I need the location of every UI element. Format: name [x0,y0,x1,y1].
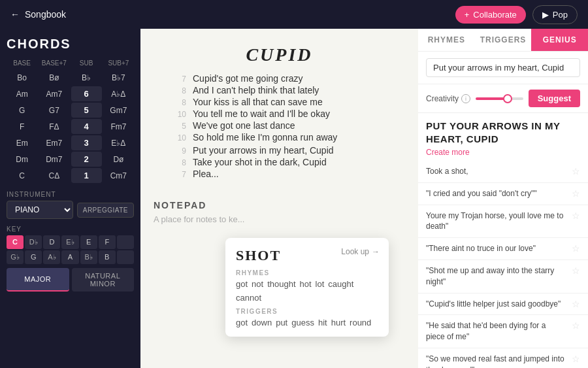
trigger-tag[interactable]: round [350,318,371,327]
star-icon[interactable]: ☆ [572,354,580,364]
chord-cell[interactable]: F [7,120,37,134]
chord-cell[interactable]: FΔ [39,120,69,134]
trigger-tag[interactable]: down [252,318,272,327]
chord-cell[interactable]: 5 [71,103,102,118]
suggestion-text: "He said that he'd been dying for a piec… [426,320,566,343]
chord-cell[interactable]: 2 [71,152,102,167]
create-more-link[interactable]: Create more [418,148,588,161]
rhyme-tag[interactable]: thought [267,279,295,289]
key-cell[interactable]: A [61,250,78,264]
lyric-line: 8Take your shot in the dark, Cupid [167,157,392,167]
trigger-tag[interactable]: guess [291,318,314,327]
chord-cell[interactable]: A♭Δ [103,87,134,101]
instrument-select[interactable]: PIANO [7,201,73,219]
chord-cell[interactable]: B♭7 [103,71,134,85]
chord-cell[interactable]: Bo [7,71,37,85]
chord-cell[interactable]: CΔ [39,169,69,183]
key-cell[interactable]: C [7,235,24,249]
lyric-line: 9Put your arrows in my heart, Cupid [167,145,392,156]
tab-triggers[interactable]: TRIGGERS [475,29,532,51]
key-cell[interactable]: G♭ [7,250,24,264]
chord-cell[interactable]: Dm [7,152,37,167]
key-cell[interactable]: A♭ [43,250,60,264]
star-icon[interactable]: ☆ [572,188,580,199]
chord-cell[interactable]: Am [7,87,37,101]
chord-cell[interactable]: G [7,103,37,118]
chord-cell[interactable]: 1 [71,168,102,183]
star-icon[interactable]: ☆ [572,299,580,309]
trigger-tag[interactable]: put [276,318,287,327]
info-icon[interactable]: i [461,94,470,103]
chords-title: CHORDS [7,37,134,52]
suggestion-item[interactable]: "He said that he'd been dying for a piec… [418,315,588,348]
major-scale-button[interactable]: MAJOR [7,268,69,292]
collaborate-button[interactable]: + Collaborate [455,6,526,24]
chord-cell[interactable]: Dø [103,152,134,167]
line-number: 8 [167,86,186,95]
tab-rhymes[interactable]: RHYMES [418,29,475,51]
suggestion-item[interactable]: Took a shot,☆ [418,161,588,183]
key-cell[interactable]: G [25,250,42,264]
tab-genius[interactable]: GENIUS [531,29,588,51]
notepad-section: NOTEPAD A place for notes to ke... [140,193,418,231]
natural-minor-scale-button[interactable]: NATURAL MINOR [72,268,135,292]
chord-cell[interactable]: B♭ [71,71,102,85]
key-cell[interactable]: D [43,235,60,249]
chord-cell[interactable]: 6 [71,86,102,101]
key-cell[interactable]: B [99,250,116,264]
trigger-tag[interactable]: got [236,318,248,327]
pop-tag-button[interactable]: ▶ Pop [532,5,578,24]
chord-cell[interactable]: Bø [39,71,69,85]
arpeggiate-button[interactable]: ARPEGGIATE [77,203,134,218]
rhyme-tag[interactable]: cannot [236,293,261,303]
key-cell[interactable]: D♭ [25,235,42,249]
slider-thumb [503,94,512,103]
suggestion-item[interactable]: "Cupid's little helper just said goodbye… [418,293,588,316]
creativity-slider[interactable] [476,97,523,100]
chord-cell[interactable]: Fm7 [103,120,134,134]
lookup-button[interactable]: Look up → [341,247,380,256]
key-cell[interactable]: E♭ [61,235,78,249]
chord-cell[interactable]: Dm7 [39,152,69,167]
back-button[interactable]: ← Songbook [10,9,66,20]
key-cell[interactable]: F [99,235,116,249]
star-icon[interactable]: ☆ [572,243,580,254]
trigger-tag[interactable]: hurt [331,318,346,327]
chord-cell[interactable]: Gm7 [103,103,134,118]
chord-cell[interactable]: C [7,169,37,183]
star-icon[interactable]: ☆ [572,210,580,221]
chord-cell[interactable]: G7 [39,103,69,118]
suggestion-text: "Cupid's little helper just said goodbye… [426,299,566,310]
suggestion-item[interactable]: "Shot me up and away into the starry nig… [418,260,588,293]
suggestion-item[interactable]: "So we moved real fast and jumped into t… [418,348,588,368]
suggestion-item[interactable]: Youre my Trojan horse, youll love me to … [418,205,588,239]
search-input[interactable] [426,58,580,77]
star-icon[interactable]: ☆ [572,265,580,276]
suggestion-item[interactable]: "There aint no truce in our love"☆ [418,238,588,260]
chord-cell[interactable]: 4 [71,119,102,134]
suggestion-text: "Shot me up and away into the starry nig… [426,265,566,288]
chord-cell[interactable]: Cm7 [103,169,134,183]
line-text: We've got one last dance [193,120,295,131]
rhyme-tag[interactable]: lot [316,279,325,289]
chord-cell[interactable]: 3 [71,135,102,150]
chord-rows: BoBøB♭B♭7AmAm76A♭ΔGG75Gm7FFΔ4Fm7EmEm73E♭… [7,71,134,183]
rhyme-tag[interactable]: not [252,279,263,289]
star-icon[interactable]: ☆ [572,320,580,331]
chord-cell[interactable]: E♭Δ [103,136,134,150]
center-panel: CUPID 7Cupid's got me going crazy8And I … [140,29,418,368]
lyrics-area[interactable]: 7Cupid's got me going crazy8And I can't … [140,73,418,193]
key-cell[interactable]: E [80,235,97,249]
trigger-tag[interactable]: hit [318,318,327,327]
chord-cell[interactable]: Am7 [39,87,69,101]
suggestion-item[interactable]: "I cried and you said "don't cry""☆ [418,183,588,205]
rhyme-tag[interactable]: got [236,279,248,289]
suggest-button[interactable]: Suggest [529,90,580,107]
rhyme-tag[interactable]: caught [328,279,353,289]
rhyme-tag[interactable]: hot [300,279,312,289]
star-icon[interactable]: ☆ [572,166,580,176]
chord-cell[interactable]: Em7 [39,136,69,150]
chord-cell[interactable]: Em [7,136,37,150]
back-arrow: ← [10,9,20,20]
key-cell[interactable]: B♭ [80,250,97,264]
